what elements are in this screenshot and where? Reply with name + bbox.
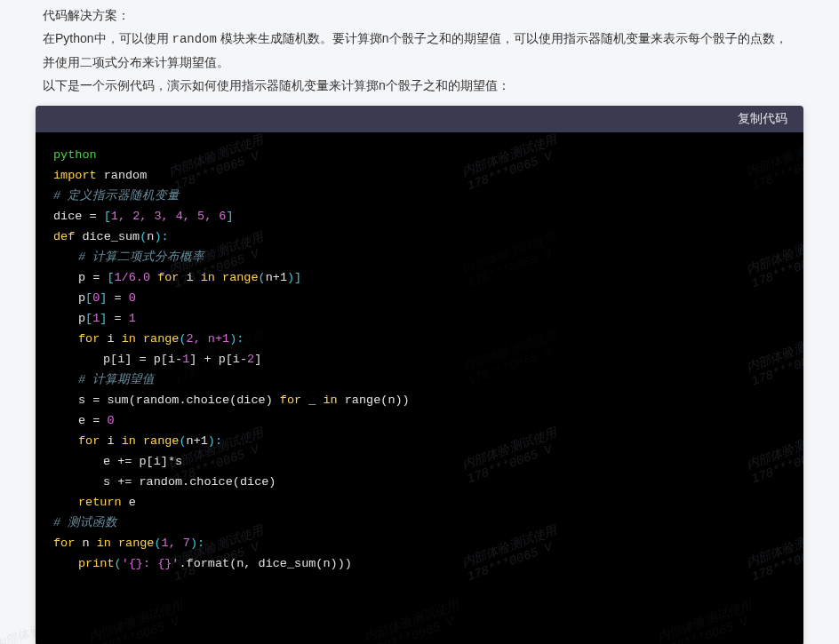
code-line: s = sum(random.choice(dice) for _ in ran… (53, 390, 786, 410)
code-line: # 计算期望值 (53, 370, 786, 390)
intro-text: 代码解决方案： 在Python中，可以使用 random 模块来生成随机数。要计… (0, 0, 839, 106)
code-line: p = [1/6.0 for i in range(n+1)] (53, 267, 786, 288)
code-line: def dice_sum(n): (53, 227, 786, 247)
code-line: # 计算二项式分布概率 (53, 247, 786, 267)
page-root: 内部体验测试使用 代码解决方案： 在Python中，可以使用 random 模块… (0, 0, 839, 644)
code-line: # 测试函数 (53, 513, 786, 533)
intro-paragraph-1: 在Python中，可以使用 random 模块来生成随机数。要计算掷n个骰子之和… (43, 27, 796, 74)
code-body: 内部体验测试使用178***0065 V 内部体验测试使用178***0065 … (36, 132, 803, 644)
code-line: for i in range(2, n+1): (53, 329, 786, 349)
code-line: import random (53, 165, 786, 186)
code-line: s += random.choice(dice) (53, 472, 786, 492)
code-box-header: 复制代码 (36, 106, 803, 132)
code-line: for n in range(1, 7): (53, 533, 786, 553)
code-line: print('{}: {}'.format(n, dice_sum(n))) (53, 553, 786, 574)
intro-title: 代码解决方案： (43, 4, 796, 27)
code-line: p[i] = p[i-1] + p[i-2] (53, 349, 786, 370)
code-line: return e (53, 492, 786, 513)
code-line: p[0] = 0 (53, 288, 786, 308)
watermark: 内部体验测试使用178***0065 V (656, 598, 759, 644)
code-line: python (53, 145, 786, 165)
copy-code-button[interactable]: 复制代码 (738, 111, 787, 125)
code-line: e += p[i]*s (53, 451, 786, 472)
code-line: dice = [1, 2, 3, 4, 5, 6] (53, 206, 786, 227)
code-box: 复制代码 内部体验测试使用178***0065 V 内部体验测试使用178***… (36, 106, 803, 644)
code-line: p[1] = 1 (53, 308, 786, 329)
code-line: for i in range(n+1): (53, 431, 786, 451)
code-line: # 定义指示器随机变量 (53, 186, 786, 206)
code-line: e = 0 (53, 410, 786, 431)
watermark: 内部体验测试使用178***0065 V (87, 598, 190, 644)
intro-paragraph-2: 以下是一个示例代码，演示如何使用指示器随机变量来计算掷n个骰子之和的期望值： (43, 74, 796, 97)
watermark: 内部体验测试使用178***0065 V (363, 598, 466, 644)
